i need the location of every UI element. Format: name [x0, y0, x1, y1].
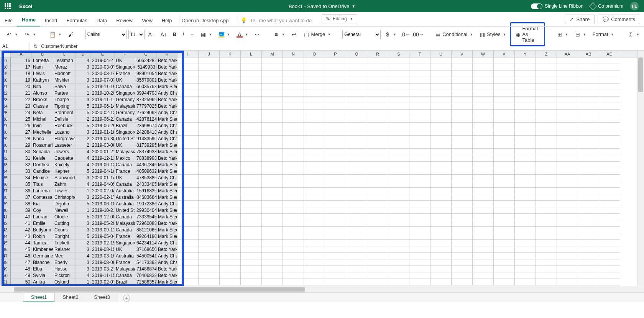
cell[interactable]: Andy Charman	[157, 136, 177, 142]
cell[interactable]	[599, 214, 620, 220]
cell[interactable]	[409, 155, 430, 162]
cell[interactable]: 2019-04-27	[91, 57, 115, 64]
cell[interactable]	[262, 162, 283, 168]
cell[interactable]	[388, 123, 409, 129]
cell[interactable]	[177, 136, 199, 142]
cell[interactable]	[367, 220, 388, 227]
cell[interactable]	[409, 149, 430, 155]
cell[interactable]: 2019-08-06	[91, 259, 115, 266]
cell[interactable]	[283, 110, 304, 116]
cell[interactable]	[430, 77, 452, 84]
cell[interactable]	[536, 253, 557, 259]
cell[interactable]	[367, 272, 388, 279]
cell[interactable]	[430, 110, 452, 116]
cell[interactable]: 54500541	[135, 253, 157, 259]
row-header[interactable]: 49	[0, 266, 11, 272]
cell[interactable]	[346, 84, 367, 90]
cell[interactable]	[388, 266, 409, 272]
cell[interactable]	[346, 110, 367, 116]
cell[interactable]	[536, 57, 557, 64]
cell[interactable]	[599, 77, 620, 84]
cell[interactable]	[494, 77, 515, 84]
cell[interactable]	[536, 97, 557, 103]
cell[interactable]: 3	[76, 220, 91, 227]
cell[interactable]: Malayasia	[115, 149, 135, 155]
cell[interactable]	[199, 207, 220, 214]
cell[interactable]	[536, 227, 557, 233]
cell[interactable]: Titus	[32, 181, 53, 188]
cell[interactable]	[494, 220, 515, 227]
cell[interactable]	[599, 162, 620, 168]
cell[interactable]	[199, 201, 220, 207]
cell[interactable]	[262, 227, 283, 233]
cell[interactable]	[262, 194, 283, 201]
cell[interactable]: Anitra	[32, 279, 53, 285]
cell[interactable]	[241, 181, 262, 188]
cell[interactable]	[578, 97, 599, 103]
cell[interactable]	[241, 84, 262, 90]
cell[interactable]	[283, 168, 304, 175]
cell[interactable]	[557, 168, 578, 175]
cell[interactable]	[241, 272, 262, 279]
cell[interactable]	[262, 181, 283, 188]
go-premium-button[interactable]: Go premium	[590, 3, 623, 9]
cell[interactable]	[304, 272, 325, 279]
cell[interactable]	[515, 142, 536, 149]
italic-button[interactable]: I	[180, 30, 186, 39]
borders-button[interactable]: ▦▼	[198, 30, 215, 39]
col-header-AC[interactable]: AC	[599, 51, 620, 57]
cell[interactable]: Mark Siedling	[157, 214, 177, 220]
cell[interactable]: 24	[11, 110, 32, 116]
cell[interactable]	[325, 142, 346, 149]
cell[interactable]: 72960088	[135, 220, 157, 227]
cell[interactable]: UK	[115, 246, 135, 253]
cell[interactable]: Kimberlee	[32, 246, 53, 253]
cell[interactable]	[494, 70, 515, 77]
cell[interactable]: Brazil	[115, 123, 135, 129]
cell[interactable]: 2019-03-08	[91, 142, 115, 149]
cell[interactable]	[430, 70, 452, 77]
cell[interactable]: 1	[76, 70, 91, 77]
cell[interactable]	[199, 57, 220, 64]
cell[interactable]	[241, 168, 262, 175]
cell[interactable]	[325, 149, 346, 155]
cell[interactable]	[241, 155, 262, 162]
formula-input[interactable]: CustomerNumber	[41, 44, 77, 49]
editing-mode-dropdown[interactable]: ✎ Editing ▼	[322, 14, 358, 23]
cell[interactable]: Salva	[53, 84, 76, 90]
cell[interactable]	[430, 155, 452, 162]
cell[interactable]	[452, 272, 473, 279]
cell[interactable]	[494, 64, 515, 70]
cell[interactable]: 38	[11, 201, 32, 207]
cell[interactable]: 27	[11, 129, 32, 136]
cell[interactable]	[262, 110, 283, 116]
cell[interactable]: 5	[76, 233, 91, 240]
cell[interactable]: 73339545	[135, 214, 157, 220]
cell[interactable]	[199, 279, 220, 285]
cell[interactable]	[367, 110, 388, 116]
cell[interactable]: Andy Charman	[157, 129, 177, 136]
cell[interactable]: 24288418	[135, 129, 157, 136]
cell[interactable]	[578, 129, 599, 136]
cell[interactable]	[557, 123, 578, 129]
cell[interactable]	[346, 227, 367, 233]
cell[interactable]	[536, 162, 557, 168]
cell[interactable]	[578, 272, 599, 279]
cell[interactable]	[430, 162, 452, 168]
cell[interactable]	[177, 220, 199, 227]
cell[interactable]	[452, 97, 473, 103]
cell[interactable]	[557, 103, 578, 110]
user-avatar[interactable]: HL	[630, 2, 639, 10]
row-header[interactable]: 45	[0, 240, 11, 246]
format-button[interactable]: Format▼	[590, 30, 616, 39]
cell[interactable]	[199, 155, 220, 162]
cell[interactable]: 2019-11-17	[91, 97, 115, 103]
cell[interactable]	[325, 103, 346, 110]
cell[interactable]: Kathyrn	[32, 77, 53, 84]
cell[interactable]: Alonso	[32, 90, 53, 97]
cell[interactable]	[283, 57, 304, 64]
cell[interactable]	[515, 259, 536, 266]
row-header[interactable]: 42	[0, 220, 11, 227]
cell[interactable]	[283, 220, 304, 227]
cell[interactable]	[388, 175, 409, 181]
